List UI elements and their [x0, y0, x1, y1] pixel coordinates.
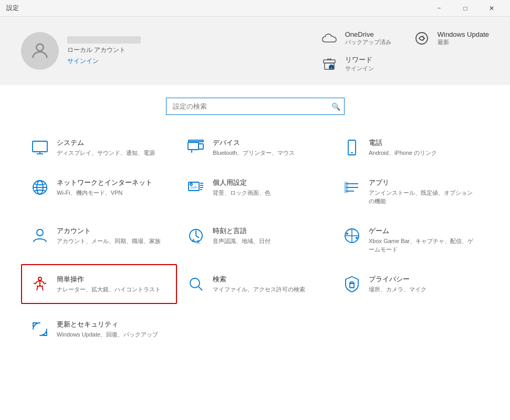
network-desc: Wi-Fi、機内モード、VPN: [57, 189, 152, 197]
gaming-text: ゲーム Xbox Game Bar、キャプチャ、配信、ゲームモード: [369, 226, 474, 254]
setting-item-gaming[interactable]: ゲーム Xbox Game Bar、キャプチャ、配信、ゲームモード: [333, 216, 489, 264]
accounts-text: アカウント アカウント、メール、同期、職場、家族: [57, 226, 161, 245]
privacy-icon: [342, 275, 361, 293]
privacy-text: プライバシー 場所、カメラ、マイク: [369, 275, 426, 293]
search-input[interactable]: [166, 98, 345, 115]
search-button[interactable]: 🔍: [331, 102, 340, 111]
windows-update-text: Windows Update 最新: [438, 30, 489, 46]
windows-update-subtitle: 最新: [438, 38, 489, 46]
search-box: 🔍: [166, 98, 345, 115]
ease-of-access-desc: ナレーター、拡大鏡、ハイコントラスト: [57, 286, 161, 293]
rewards-title: リワード: [345, 55, 374, 65]
onedrive-icon: [320, 29, 339, 48]
network-title: ネットワークとインターネット: [57, 178, 152, 187]
setting-item-apps[interactable]: アプリ アンインストール、既定値、オプションの機能: [333, 167, 489, 216]
bottom-section: 更新とセキュリティ Windows Update、回復、バックアップ: [0, 304, 510, 360]
update-security-title: 更新とセキュリティ: [57, 320, 158, 329]
system-title: システム: [57, 138, 155, 148]
personalization-text: 個人用設定 背景、ロック画面、色: [213, 178, 270, 197]
window-title: 設定: [6, 4, 19, 13]
svg-rect-12: [189, 140, 203, 142]
svg-text:●: ●: [330, 66, 332, 70]
settings-grid: システム ディスプレイ、サウンド、通知、電源 デバイス Bluetooth、プリ…: [0, 128, 510, 304]
svg-rect-45: [350, 284, 354, 288]
update-security-text: 更新とセキュリティ Windows Update、回復、バックアップ: [57, 320, 158, 339]
svg-rect-2: [324, 60, 335, 63]
system-text: システム ディスプレイ、サウンド、通知、電源: [57, 138, 155, 157]
update-security-icon: [30, 320, 49, 339]
svg-line-44: [199, 287, 202, 290]
svg-rect-27: [345, 182, 348, 185]
svg-point-1: [416, 33, 428, 44]
accounts-title: アカウント: [57, 226, 161, 236]
gaming-title: ゲーム: [369, 226, 474, 236]
maximize-button[interactable]: □: [453, 2, 477, 15]
setting-item-devices[interactable]: デバイス Bluetooth、プリンター、マウス: [177, 128, 333, 167]
minimize-button[interactable]: －: [427, 2, 451, 15]
ease-of-access-text: 簡単操作 ナレーター、拡大鏡、ハイコントラスト: [57, 275, 161, 293]
setting-item-time-language[interactable]: A 文 時刻と言語 音声認識、地域、日付: [177, 216, 333, 264]
header-section: ローカル アカウント サインイン OneDrive バックアップ済み: [0, 17, 510, 85]
apps-desc: アンインストール、既定値、オプションの機能: [369, 189, 474, 205]
devices-desc: Bluetooth、プリンター、マウス: [213, 149, 295, 157]
network-text: ネットワークとインターネット Wi-Fi、機内モード、VPN: [57, 178, 152, 197]
title-bar: 設定 － □ ✕: [0, 0, 510, 17]
onedrive-title: OneDrive: [345, 30, 391, 38]
username-blurred: [67, 36, 141, 44]
close-button[interactable]: ✕: [480, 2, 504, 15]
rewards-subtitle: サインイン: [345, 65, 374, 72]
ease-of-access-icon: [30, 275, 49, 293]
user-type: ローカル アカウント: [67, 46, 141, 55]
svg-line-33: [196, 236, 199, 238]
personalization-title: 個人用設定: [213, 178, 270, 187]
svg-point-30: [37, 229, 43, 236]
time-language-desc: 音声認識、地域、日付: [213, 237, 270, 245]
apps-icon: [342, 178, 361, 197]
header-item-windows-update[interactable]: Windows Update 最新: [412, 29, 489, 48]
phone-icon: [342, 138, 361, 157]
sign-in-link[interactable]: サインイン: [67, 57, 141, 66]
svg-rect-29: [345, 190, 348, 193]
setting-item-phone[interactable]: 電話 Android、iPhone のリンク: [333, 128, 489, 167]
network-icon: [30, 178, 49, 197]
setting-item-ease-of-access[interactable]: 簡単操作 ナレーター、拡大鏡、ハイコントラスト: [21, 264, 177, 304]
system-desc: ディスプレイ、サウンド、通知、電源: [57, 149, 155, 157]
svg-text:A: A: [192, 238, 195, 243]
svg-point-41: [38, 277, 41, 280]
rewards-icon: ●: [320, 54, 339, 73]
setting-item-personalization[interactable]: 個人用設定 背景、ロック画面、色: [177, 167, 333, 216]
search-setting-text: 検索 マイファイル、アクセス許可の検索: [213, 275, 305, 293]
svg-point-0: [36, 44, 43, 51]
gaming-icon: [342, 226, 361, 245]
rewards-text: リワード サインイン: [345, 55, 374, 72]
svg-rect-9: [188, 142, 199, 150]
apps-title: アプリ: [369, 178, 474, 187]
avatar: [21, 32, 59, 70]
time-language-icon: A 文: [186, 226, 205, 245]
header-item-rewards[interactable]: ● リワード サインイン: [320, 54, 374, 73]
setting-item-update-security[interactable]: 更新とセキュリティ Windows Update、回復、バックアップ: [21, 309, 168, 349]
header-item-onedrive[interactable]: OneDrive バックアップ済み: [320, 29, 391, 48]
accounts-desc: アカウント、メール、同期、職場、家族: [57, 237, 161, 245]
onedrive-subtitle: バックアップ済み: [345, 38, 391, 46]
system-icon: [30, 138, 49, 157]
phone-text: 電話 Android、iPhone のリンク: [369, 138, 437, 157]
time-language-title: 時刻と言語: [213, 226, 270, 236]
phone-title: 電話: [369, 138, 437, 148]
setting-item-accounts[interactable]: アカウント アカウント、メール、同期、職場、家族: [21, 216, 177, 264]
svg-rect-6: [33, 141, 47, 152]
setting-item-privacy[interactable]: プライバシー 場所、カメラ、マイク: [333, 264, 489, 304]
time-language-text: 時刻と言語 音声認識、地域、日付: [213, 226, 270, 245]
setting-item-network[interactable]: ネットワークとインターネット Wi-Fi、機内モード、VPN: [21, 167, 177, 216]
search-setting-icon: [186, 275, 205, 293]
setting-item-search[interactable]: 検索 マイファイル、アクセス許可の検索: [177, 264, 333, 304]
setting-item-system[interactable]: システム ディスプレイ、サウンド、通知、電源: [21, 128, 177, 167]
onedrive-text: OneDrive バックアップ済み: [345, 30, 391, 46]
search-setting-title: 検索: [213, 275, 305, 284]
gaming-desc: Xbox Game Bar、キャプチャ、配信、ゲームモード: [369, 237, 474, 254]
devices-title: デバイス: [213, 138, 295, 148]
search-setting-desc: マイファイル、アクセス許可の検索: [213, 286, 305, 293]
privacy-title: プライバシー: [369, 275, 426, 284]
windows-update-title: Windows Update: [438, 30, 489, 38]
phone-desc: Android、iPhone のリンク: [369, 149, 437, 157]
